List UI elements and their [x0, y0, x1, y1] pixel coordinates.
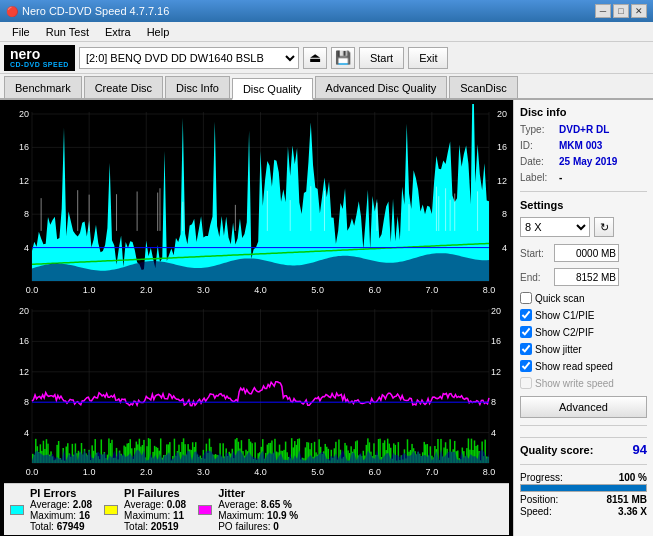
menu-file[interactable]: File [4, 24, 38, 40]
menu-extra[interactable]: Extra [97, 24, 139, 40]
divider-1 [520, 191, 647, 192]
menu-run-test[interactable]: Run Test [38, 24, 97, 40]
tab-create-disc[interactable]: Create Disc [84, 76, 163, 98]
jitter-po-failures: PO failures: 0 [218, 521, 298, 532]
top-chart [4, 104, 509, 299]
start-input[interactable] [554, 244, 619, 262]
progress-label: Progress: [520, 472, 563, 483]
speed-value: 3.36 X [618, 506, 647, 517]
pi-failures-avg: Average: 0.08 [124, 499, 186, 510]
app-icon: 🔴 [6, 6, 18, 17]
progress-row: Progress: 100 % [520, 472, 647, 483]
show-c1pie-checkbox[interactable] [520, 309, 532, 321]
show-read-speed-label: Show read speed [535, 361, 613, 372]
start-button[interactable]: Start [359, 47, 404, 69]
title-bar: 🔴 Nero CD-DVD Speed 4.7.7.16 ─ □ ✕ [0, 0, 653, 22]
save-icon-button[interactable]: 💾 [331, 47, 355, 69]
jitter-max: Maximum: 10.9 % [218, 510, 298, 521]
title-text: Nero CD-DVD Speed 4.7.7.16 [22, 5, 169, 17]
divider-2 [520, 425, 647, 426]
eject-icon-button[interactable]: ⏏ [303, 47, 327, 69]
nero-logo: nero CD-DVD SPEED [4, 45, 75, 71]
disc-date-value: 25 May 2019 [559, 156, 617, 167]
jitter-title: Jitter [218, 487, 298, 499]
disc-id-label: ID: [520, 140, 555, 151]
disc-id-row: ID: MKM 003 [520, 140, 647, 151]
show-jitter-checkbox[interactable] [520, 343, 532, 355]
progress-section: Progress: 100 % Position: 8151 MB Speed:… [520, 472, 647, 518]
show-write-speed-label: Show write speed [535, 378, 614, 389]
close-button[interactable]: ✕ [631, 4, 647, 18]
maximize-button[interactable]: □ [613, 4, 629, 18]
pi-errors-color [10, 505, 24, 515]
divider-3 [520, 464, 647, 465]
show-c2pif-label: Show C2/PIF [535, 327, 594, 338]
speed-label: Speed: [520, 506, 552, 517]
show-write-speed-checkbox[interactable] [520, 377, 532, 389]
disc-id-value: MKM 003 [559, 140, 602, 151]
title-bar-controls: ─ □ ✕ [595, 4, 647, 18]
tab-advanced-disc-quality[interactable]: Advanced Disc Quality [315, 76, 448, 98]
quality-score-row: Quality score: 94 [520, 437, 647, 457]
menu-bar: File Run Test Extra Help [0, 22, 653, 42]
disc-type-label: Type: [520, 124, 555, 135]
refresh-button[interactable]: ↻ [594, 217, 614, 237]
info-panel: Disc info Type: DVD+R DL ID: MKM 003 Dat… [513, 100, 653, 536]
jitter-stat: Jitter Average: 8.65 % Maximum: 10.9 % P… [198, 487, 298, 532]
disc-date-row: Date: 25 May 2019 [520, 156, 647, 167]
quick-scan-label: Quick scan [535, 293, 584, 304]
advanced-button[interactable]: Advanced [520, 396, 647, 418]
show-c1pie-row: Show C1/PIE [520, 309, 647, 321]
menu-help[interactable]: Help [139, 24, 178, 40]
disc-date-label: Date: [520, 156, 555, 167]
start-mb-row: Start: [520, 244, 647, 262]
pi-failures-color [104, 505, 118, 515]
tab-benchmark[interactable]: Benchmark [4, 76, 82, 98]
pi-errors-title: PI Errors [30, 487, 92, 499]
quality-score-label: Quality score: [520, 444, 593, 456]
disc-label-value: - [559, 172, 562, 183]
show-c1pie-label: Show C1/PIE [535, 310, 594, 321]
disc-info-title: Disc info [520, 106, 647, 118]
tab-disc-quality[interactable]: Disc Quality [232, 78, 313, 100]
show-write-speed-row: Show write speed [520, 377, 647, 389]
tabs: Benchmark Create Disc Disc Info Disc Qua… [0, 74, 653, 100]
drive-select[interactable]: [2:0] BENQ DVD DD DW1640 BSLB [79, 47, 299, 69]
pi-errors-avg: Average: 2.08 [30, 499, 92, 510]
end-input[interactable] [554, 268, 619, 286]
position-label: Position: [520, 494, 558, 505]
settings-title: Settings [520, 199, 647, 211]
end-mb-row: End: [520, 268, 647, 286]
exit-button[interactable]: Exit [408, 47, 448, 69]
progress-bar-outer [520, 484, 647, 492]
minimize-button[interactable]: ─ [595, 4, 611, 18]
show-c2pif-row: Show C2/PIF [520, 326, 647, 338]
position-row: Position: 8151 MB [520, 494, 647, 505]
speed-row-progress: Speed: 3.36 X [520, 506, 647, 517]
pi-failures-title: PI Failures [124, 487, 186, 499]
tab-disc-info[interactable]: Disc Info [165, 76, 230, 98]
chart-area: PI Errors Average: 2.08 Maximum: 16 Tota… [0, 100, 513, 536]
end-label: End: [520, 272, 550, 283]
disc-label-label: Label: [520, 172, 555, 183]
show-c2pif-checkbox[interactable] [520, 326, 532, 338]
pi-failures-stat: PI Failures Average: 0.08 Maximum: 11 To… [104, 487, 186, 532]
pi-errors-max: Maximum: 16 [30, 510, 92, 521]
pi-errors-total: Total: 67949 [30, 521, 92, 532]
pi-failures-total: Total: 20519 [124, 521, 186, 532]
progress-value: 100 % [619, 472, 647, 483]
quick-scan-row: Quick scan [520, 292, 647, 304]
speed-select[interactable]: 8 X [520, 217, 590, 237]
start-label: Start: [520, 248, 550, 259]
pi-failures-max: Maximum: 11 [124, 510, 186, 521]
stats-bar: PI Errors Average: 2.08 Maximum: 16 Tota… [4, 483, 509, 535]
disc-type-row: Type: DVD+R DL [520, 124, 647, 135]
position-value: 8151 MB [606, 494, 647, 505]
disc-label-row: Label: - [520, 172, 647, 183]
jitter-avg: Average: 8.65 % [218, 499, 298, 510]
progress-bar-inner [521, 485, 646, 491]
quick-scan-checkbox[interactable] [520, 292, 532, 304]
main-content: PI Errors Average: 2.08 Maximum: 16 Tota… [0, 100, 653, 536]
tab-scan-disc[interactable]: ScanDisc [449, 76, 517, 98]
show-read-speed-checkbox[interactable] [520, 360, 532, 372]
